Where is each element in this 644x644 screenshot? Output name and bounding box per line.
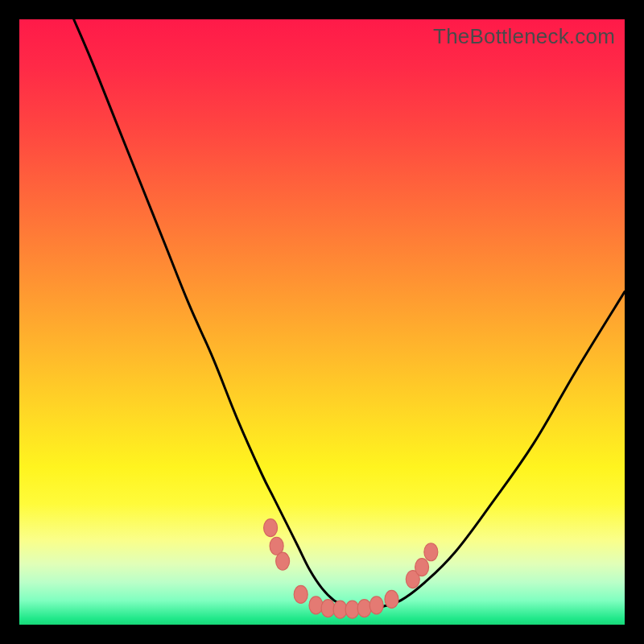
svg-point-3 [294,585,308,603]
svg-point-4 [309,597,323,614]
svg-point-0 [264,519,278,537]
svg-point-8 [357,600,371,617]
svg-point-9 [369,597,383,614]
chart-svg [19,19,625,625]
svg-point-5 [321,600,335,617]
curve-line [74,19,625,610]
svg-point-13 [424,543,438,561]
chart-area: TheBottleneck.com [19,19,625,625]
svg-point-2 [276,552,290,570]
svg-point-10 [385,590,398,608]
svg-point-12 [415,559,429,576]
curve-markers [264,519,438,619]
svg-point-7 [345,601,359,618]
